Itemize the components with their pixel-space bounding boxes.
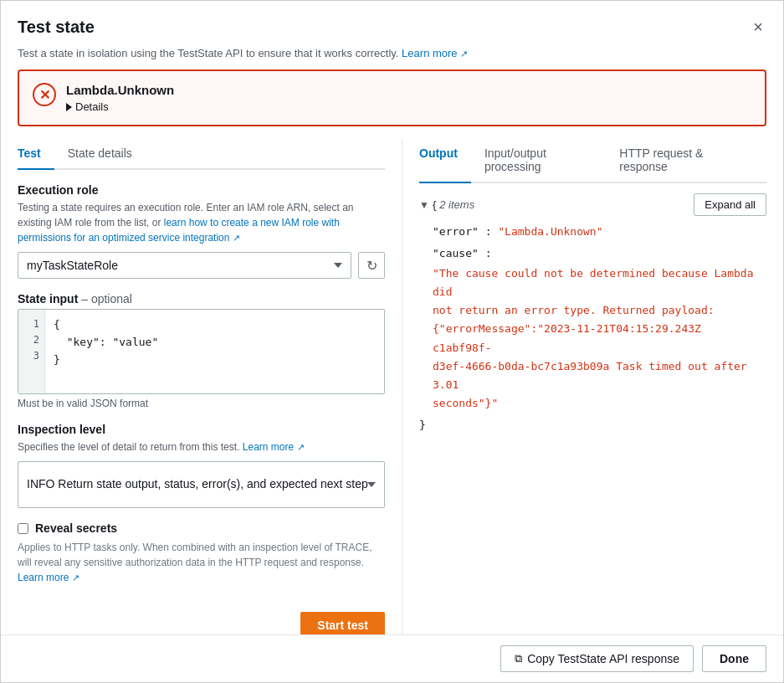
copy-api-response-button[interactable]: ⧉ Copy TestState API response xyxy=(500,645,694,672)
reveal-checkbox-row: Reveal secrets xyxy=(18,521,385,535)
triangle-icon xyxy=(66,103,72,111)
collapse-arrow[interactable]: ▼ xyxy=(419,199,429,211)
inspection-link-icon: ↗ xyxy=(297,442,305,452)
learn-more-link[interactable]: Learn more xyxy=(402,47,457,59)
error-banner: ✕ Lambda.Unknown Details xyxy=(18,69,766,126)
refresh-icon: ↻ xyxy=(366,258,377,274)
state-input-editor[interactable]: 123 { "key": "value" } xyxy=(18,309,385,394)
items-count: 2 items xyxy=(439,198,474,211)
iam-link-icon: ↗ xyxy=(233,233,240,243)
inspection-select[interactable]: INFO Return state output, status, error(… xyxy=(18,461,385,508)
cause-key: "cause" xyxy=(433,247,479,259)
reveal-link-icon: ↗ xyxy=(72,573,79,583)
line-numbers: 123 xyxy=(18,310,45,393)
inspection-select-wrapper: INFO Return state output, status, error(… xyxy=(18,461,385,508)
json-cause-value: "The cause could not be determined becau… xyxy=(433,264,766,413)
inspection-level-label: Inspection level xyxy=(18,423,385,436)
expand-all-button[interactable]: Expand all xyxy=(694,193,766,216)
left-tabs: Test State details xyxy=(18,140,385,170)
state-input-section: State input – optional 123 { "key": "val… xyxy=(18,292,385,409)
external-link-icon: ↗ xyxy=(460,49,468,59)
output-tabs: Output Input/output processing HTTP requ… xyxy=(419,140,766,183)
modal-header: Test state × xyxy=(1,1,783,47)
inspection-level-section: Inspection level Specifies the level of … xyxy=(18,423,385,508)
error-key: "error" xyxy=(433,225,479,238)
subtitle-text: Test a state in isolation using the Test… xyxy=(18,47,398,59)
role-select-wrapper: myTaskStateRole ↻ xyxy=(18,252,385,279)
reveal-label: Reveal secrets xyxy=(35,521,117,535)
reveal-secrets-checkbox[interactable] xyxy=(18,523,28,534)
json-output: "error" : "Lambda.Unknown" "cause" : "Th… xyxy=(419,223,766,434)
done-button[interactable]: Done xyxy=(702,645,766,672)
role-select[interactable]: myTaskStateRole xyxy=(18,252,351,279)
left-panel: Test State details Execution role Testin… xyxy=(18,140,402,649)
inspection-level-desc: Specifies the level of detail to return … xyxy=(18,439,385,454)
details-toggle[interactable]: Details xyxy=(66,100,751,113)
reveal-text-block: Reveal secrets xyxy=(35,521,117,535)
error-title: Lambda.Unknown xyxy=(66,83,751,97)
main-content: Test State details Execution role Testin… xyxy=(1,140,783,649)
json-error-row: "error" : "Lambda.Unknown" xyxy=(433,223,766,241)
output-meta: ▼ { 2 items xyxy=(419,198,474,211)
code-content[interactable]: { "key": "value" } xyxy=(45,310,384,393)
modal-footer: ⧉ Copy TestState API response Done xyxy=(1,634,783,682)
json-hint: Must be in valid JSON format xyxy=(18,398,385,409)
reveal-desc: Applies to HTTP tasks only. When combine… xyxy=(18,540,385,585)
execution-role-desc: Testing a state requires an execution ro… xyxy=(18,200,385,245)
execution-role-section: Execution role Testing a state requires … xyxy=(18,183,385,279)
right-panel: Output Input/output processing HTTP requ… xyxy=(402,140,766,649)
error-content: Lambda.Unknown Details xyxy=(66,83,751,113)
reveal-secrets-section: Reveal secrets Applies to HTTP tasks onl… xyxy=(18,521,385,585)
error-circle-icon: ✕ xyxy=(33,83,56,106)
close-button[interactable]: × xyxy=(750,14,766,40)
state-input-label: State input – optional xyxy=(18,292,385,306)
tab-test[interactable]: Test xyxy=(18,140,54,170)
copy-icon: ⧉ xyxy=(515,652,522,665)
modal-subtitle: Test a state in isolation using the Test… xyxy=(1,47,783,69)
json-cause-row: "cause" : xyxy=(433,244,766,263)
tab-http-request[interactable]: HTTP request & response xyxy=(619,140,753,183)
tab-output[interactable]: Output xyxy=(419,140,471,183)
cause-value-text: "The cause could not be determined becau… xyxy=(433,267,754,409)
cause-colon: : xyxy=(485,247,492,259)
refresh-button[interactable]: ↻ xyxy=(358,252,385,279)
tab-io-processing[interactable]: Input/output processing xyxy=(484,140,606,183)
error-colon: : xyxy=(485,225,499,238)
details-label: Details xyxy=(75,100,109,113)
optional-label: – optional xyxy=(81,292,132,306)
inspection-learn-more-link[interactable]: Learn more xyxy=(243,441,294,453)
tab-state-details[interactable]: State details xyxy=(68,140,146,170)
error-value: "Lambda.Unknown" xyxy=(498,225,602,238)
modal-title: Test state xyxy=(18,18,95,37)
json-close-brace: } xyxy=(419,416,766,434)
execution-role-label: Execution role xyxy=(18,183,385,197)
reveal-learn-more-link[interactable]: Learn more xyxy=(18,572,69,583)
output-toolbar: ▼ { 2 items Expand all xyxy=(419,193,766,216)
